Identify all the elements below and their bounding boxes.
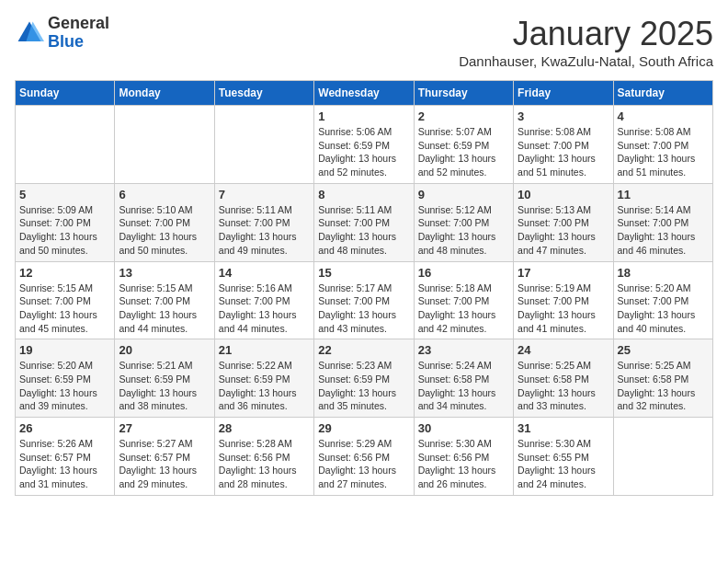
day-info: Sunrise: 5:21 AMSunset: 6:59 PMDaylight:… (119, 359, 210, 413)
day-number: 26 (19, 421, 110, 435)
day-number: 30 (418, 421, 509, 435)
day-info: Sunrise: 5:07 AMSunset: 6:59 PMDaylight:… (418, 125, 509, 179)
calendar-cell: 16Sunrise: 5:18 AMSunset: 7:00 PMDayligh… (414, 261, 513, 339)
day-number: 7 (219, 188, 310, 201)
calendar-cell: 8Sunrise: 5:11 AMSunset: 7:00 PMDaylight… (314, 183, 414, 261)
day-info: Sunrise: 5:08 AMSunset: 7:00 PMDaylight:… (518, 125, 609, 179)
calendar-cell: 29Sunrise: 5:29 AMSunset: 6:56 PMDayligh… (314, 418, 414, 496)
column-header-sunday: Sunday (16, 81, 115, 106)
day-number: 10 (518, 188, 609, 201)
calendar-table: SundayMondayTuesdayWednesdayThursdayFrid… (15, 80, 713, 496)
day-number: 1 (318, 109, 409, 123)
calendar-cell: 24Sunrise: 5:25 AMSunset: 6:58 PMDayligh… (514, 339, 613, 418)
calendar-cell: 30Sunrise: 5:30 AMSunset: 6:56 PMDayligh… (414, 418, 513, 496)
calendar-cell (214, 106, 313, 184)
day-info: Sunrise: 5:15 AMSunset: 7:00 PMDaylight:… (119, 282, 210, 336)
day-info: Sunrise: 5:28 AMSunset: 6:56 PMDaylight:… (219, 437, 310, 491)
day-info: Sunrise: 5:23 AMSunset: 6:59 PMDaylight:… (318, 359, 409, 413)
column-header-tuesday: Tuesday (214, 81, 313, 106)
calendar-cell: 19Sunrise: 5:20 AMSunset: 6:59 PMDayligh… (16, 339, 115, 418)
column-header-wednesday: Wednesday (314, 81, 414, 106)
calendar-week-5: 26Sunrise: 5:26 AMSunset: 6:57 PMDayligh… (16, 418, 713, 496)
day-info: Sunrise: 5:26 AMSunset: 6:57 PMDaylight:… (19, 437, 110, 491)
logo-general-text: General (48, 15, 109, 33)
calendar-cell: 17Sunrise: 5:19 AMSunset: 7:00 PMDayligh… (514, 261, 613, 339)
logo-blue-text: Blue (48, 33, 109, 52)
day-number: 9 (418, 188, 509, 201)
day-info: Sunrise: 5:12 AMSunset: 7:00 PMDaylight:… (418, 203, 509, 258)
calendar-cell: 5Sunrise: 5:09 AMSunset: 7:00 PMDaylight… (16, 183, 115, 261)
day-number: 4 (618, 109, 709, 123)
day-number: 15 (318, 266, 409, 280)
day-info: Sunrise: 5:24 AMSunset: 6:58 PMDaylight:… (418, 359, 509, 413)
calendar-cell: 26Sunrise: 5:26 AMSunset: 6:57 PMDayligh… (16, 418, 115, 496)
calendar-cell (613, 418, 712, 496)
day-number: 11 (618, 188, 709, 201)
day-info: Sunrise: 5:18 AMSunset: 7:00 PMDaylight:… (418, 282, 509, 336)
day-number: 3 (518, 109, 609, 123)
logo: General Blue (15, 15, 109, 52)
day-info: Sunrise: 5:19 AMSunset: 7:00 PMDaylight:… (518, 282, 609, 336)
day-number: 13 (119, 266, 210, 280)
calendar-cell: 15Sunrise: 5:17 AMSunset: 7:00 PMDayligh… (314, 261, 414, 339)
day-info: Sunrise: 5:25 AMSunset: 6:58 PMDaylight:… (518, 359, 609, 413)
calendar-cell: 4Sunrise: 5:08 AMSunset: 7:00 PMDaylight… (613, 106, 712, 184)
calendar-cell: 7Sunrise: 5:11 AMSunset: 7:00 PMDaylight… (214, 183, 313, 261)
day-info: Sunrise: 5:22 AMSunset: 6:59 PMDaylight:… (219, 359, 310, 413)
day-number: 8 (318, 188, 409, 201)
calendar-cell: 1Sunrise: 5:06 AMSunset: 6:59 PMDaylight… (314, 106, 414, 184)
title-block: January 2025 Dannhauser, KwaZulu-Natal, … (459, 15, 713, 69)
day-number: 22 (318, 343, 409, 357)
logo-icon (15, 18, 44, 48)
page-header: General Blue January 2025 Dannhauser, Kw… (15, 15, 713, 69)
day-info: Sunrise: 5:29 AMSunset: 6:56 PMDaylight:… (318, 437, 409, 491)
calendar-cell: 12Sunrise: 5:15 AMSunset: 7:00 PMDayligh… (16, 261, 115, 339)
calendar-cell: 18Sunrise: 5:20 AMSunset: 7:00 PMDayligh… (613, 261, 712, 339)
day-number: 5 (19, 188, 110, 201)
day-info: Sunrise: 5:10 AMSunset: 7:00 PMDaylight:… (119, 203, 210, 258)
day-info: Sunrise: 5:20 AMSunset: 6:59 PMDaylight:… (19, 359, 110, 413)
day-info: Sunrise: 5:09 AMSunset: 7:00 PMDaylight:… (19, 203, 110, 258)
calendar-cell: 21Sunrise: 5:22 AMSunset: 6:59 PMDayligh… (214, 339, 313, 418)
day-info: Sunrise: 5:08 AMSunset: 7:00 PMDaylight:… (618, 125, 709, 179)
day-info: Sunrise: 5:15 AMSunset: 7:00 PMDaylight:… (19, 282, 110, 336)
calendar-week-2: 5Sunrise: 5:09 AMSunset: 7:00 PMDaylight… (16, 183, 713, 261)
calendar-week-1: 1Sunrise: 5:06 AMSunset: 6:59 PMDaylight… (16, 106, 713, 184)
day-number: 6 (119, 188, 210, 201)
day-number: 28 (219, 421, 310, 435)
calendar-cell: 27Sunrise: 5:27 AMSunset: 6:57 PMDayligh… (115, 418, 214, 496)
day-info: Sunrise: 5:25 AMSunset: 6:58 PMDaylight:… (618, 359, 709, 413)
calendar-cell: 10Sunrise: 5:13 AMSunset: 7:00 PMDayligh… (514, 183, 613, 261)
day-info: Sunrise: 5:11 AMSunset: 7:00 PMDaylight:… (318, 203, 409, 258)
month-title: January 2025 (459, 15, 713, 53)
day-number: 16 (418, 266, 509, 280)
day-number: 17 (518, 266, 609, 280)
column-header-saturday: Saturday (613, 81, 712, 106)
calendar-cell: 2Sunrise: 5:07 AMSunset: 6:59 PMDaylight… (414, 106, 513, 184)
calendar-week-3: 12Sunrise: 5:15 AMSunset: 7:00 PMDayligh… (16, 261, 713, 339)
day-number: 18 (618, 266, 709, 280)
day-number: 21 (219, 343, 310, 357)
calendar-cell: 25Sunrise: 5:25 AMSunset: 6:58 PMDayligh… (613, 339, 712, 418)
day-info: Sunrise: 5:20 AMSunset: 7:00 PMDaylight:… (618, 282, 709, 336)
calendar-header-row: SundayMondayTuesdayWednesdayThursdayFrid… (16, 81, 713, 106)
column-header-thursday: Thursday (414, 81, 513, 106)
day-number: 12 (19, 266, 110, 280)
column-header-monday: Monday (115, 81, 214, 106)
calendar-cell (16, 106, 115, 184)
day-number: 20 (119, 343, 210, 357)
day-info: Sunrise: 5:17 AMSunset: 7:00 PMDaylight:… (318, 282, 409, 336)
location-text: Dannhauser, KwaZulu-Natal, South Africa (459, 53, 713, 69)
day-number: 24 (518, 343, 609, 357)
day-info: Sunrise: 5:16 AMSunset: 7:00 PMDaylight:… (219, 282, 310, 336)
calendar-week-4: 19Sunrise: 5:20 AMSunset: 6:59 PMDayligh… (16, 339, 713, 418)
calendar-cell: 28Sunrise: 5:28 AMSunset: 6:56 PMDayligh… (214, 418, 313, 496)
day-info: Sunrise: 5:11 AMSunset: 7:00 PMDaylight:… (219, 203, 310, 258)
day-info: Sunrise: 5:14 AMSunset: 7:00 PMDaylight:… (618, 203, 709, 258)
day-number: 29 (318, 421, 409, 435)
calendar-cell: 13Sunrise: 5:15 AMSunset: 7:00 PMDayligh… (115, 261, 214, 339)
calendar-cell: 6Sunrise: 5:10 AMSunset: 7:00 PMDaylight… (115, 183, 214, 261)
column-header-friday: Friday (514, 81, 613, 106)
calendar-cell: 31Sunrise: 5:30 AMSunset: 6:55 PMDayligh… (514, 418, 613, 496)
day-number: 14 (219, 266, 310, 280)
